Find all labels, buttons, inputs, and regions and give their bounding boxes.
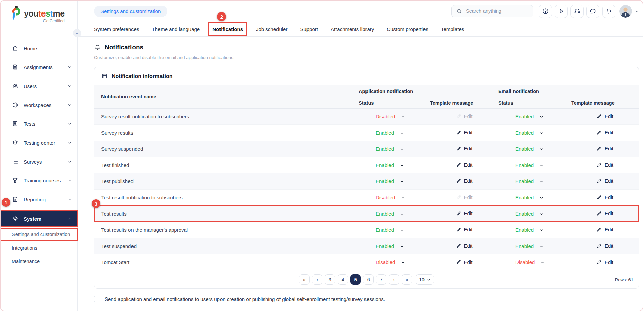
app-template-edit-button[interactable]: Edit <box>454 210 475 217</box>
app-template-edit-button[interactable]: Edit <box>454 243 475 249</box>
collapse-sidebar-button[interactable]: « <box>73 29 81 37</box>
email-status-dropdown[interactable]: Enabled <box>515 178 544 184</box>
tab-attachments-library[interactable]: Attachments library <box>331 26 374 32</box>
status-cell: Enabled <box>359 173 430 190</box>
app-status-dropdown[interactable]: Enabled <box>376 243 405 249</box>
email-status-dropdown[interactable]: Enabled <box>515 243 544 249</box>
app-status-dropdown[interactable]: Enabled <box>376 178 405 184</box>
email-status-dropdown[interactable]: Enabled <box>515 211 544 217</box>
tab-system-preferences[interactable]: System preferences <box>94 26 139 32</box>
email-status-dropdown[interactable]: Enabled <box>515 162 544 168</box>
email-status-dropdown[interactable]: Disabled <box>515 259 545 265</box>
chat-icon <box>589 8 596 15</box>
page-7-button[interactable]: 7 <box>376 274 386 285</box>
app-status-dropdown[interactable]: Enabled <box>376 162 405 168</box>
tab-templates[interactable]: Templates <box>441 26 464 32</box>
last-page-button[interactable]: » <box>402 274 412 285</box>
bell-button[interactable] <box>602 5 615 18</box>
app-template-edit-button[interactable]: Edit <box>454 145 475 152</box>
search-input[interactable] <box>465 8 523 14</box>
event-name-cell: Test suspended <box>94 238 359 254</box>
chevron-down-icon <box>539 146 544 152</box>
sidebar-subitem-integrations[interactable]: Integrations <box>1 242 77 254</box>
first-page-button[interactable]: « <box>299 274 310 285</box>
brand-text: youtestme GetCertified <box>24 9 65 23</box>
app-template-edit-button[interactable]: Edit <box>454 162 475 168</box>
app-status-dropdown[interactable]: Enabled <box>376 227 405 233</box>
app-status-dropdown[interactable]: Disabled <box>376 114 406 119</box>
app-template-edit-button[interactable]: Edit <box>454 226 475 233</box>
tab-job-scheduler[interactable]: Job scheduler <box>256 26 287 32</box>
email-status-dropdown[interactable]: Enabled <box>515 195 544 200</box>
sidebar-item-testing-center[interactable]: Testing center <box>1 135 77 150</box>
email-template-edit-button[interactable]: Edit <box>594 210 615 217</box>
help-button[interactable] <box>539 5 552 18</box>
event-name: Test finished <box>101 162 129 168</box>
chevron-down-icon <box>67 197 72 202</box>
tab-support[interactable]: Support <box>300 26 318 32</box>
app-status-dropdown[interactable]: Disabled <box>376 259 406 265</box>
email-template-edit-button[interactable]: Edit <box>594 178 615 184</box>
sidebar-item-tests[interactable]: Tests <box>1 116 77 131</box>
sidebar-item-workspaces[interactable]: Workspaces <box>1 97 77 112</box>
email-status-dropdown[interactable]: Enabled <box>515 146 544 152</box>
email-template-edit-button[interactable]: Edit <box>594 145 615 152</box>
email-status-dropdown[interactable]: Enabled <box>515 114 544 119</box>
user-menu-button[interactable] <box>619 5 639 18</box>
checkbox-unchecked[interactable] <box>94 296 100 302</box>
column-header-app-status: Status <box>359 97 430 109</box>
app-template-edit-button[interactable]: Edit <box>454 178 475 184</box>
next-page-button[interactable]: › <box>389 274 399 285</box>
sidebar-item-reporting[interactable]: Reporting <box>1 192 77 207</box>
page-3-button[interactable]: 3 <box>325 274 335 285</box>
sidebar-item-users[interactable]: Users <box>1 79 77 93</box>
email-status-dropdown[interactable]: Enabled <box>515 130 544 136</box>
tab-notifications[interactable]: Notifications <box>212 26 243 32</box>
pencil-icon <box>456 162 461 168</box>
pencil-icon <box>596 195 602 200</box>
breadcrumb[interactable]: Settings and customization <box>94 6 167 17</box>
sidebar-item-home[interactable]: Home <box>1 41 77 56</box>
headset-button[interactable] <box>570 5 584 18</box>
chat-button[interactable] <box>586 5 599 18</box>
sidebar-subitem-maintenance[interactable]: Maintenance <box>1 256 77 267</box>
app-template-edit-button[interactable]: Edit <box>454 129 475 136</box>
edit-label: Edit <box>464 113 473 119</box>
email-template-edit-button[interactable]: Edit <box>594 129 615 136</box>
tab-custom-properties[interactable]: Custom properties <box>387 26 428 32</box>
topbar-iconbar <box>539 5 615 18</box>
email-template-edit-button[interactable]: Edit <box>594 113 615 119</box>
email-status-dropdown[interactable]: Enabled <box>515 227 544 233</box>
search-icon <box>456 8 462 15</box>
column-group-email: Email notification <box>498 85 639 97</box>
chevron-down-icon <box>399 211 405 217</box>
page-4-button[interactable]: 4 <box>338 274 348 285</box>
app-status-dropdown[interactable]: Disabled <box>376 195 406 200</box>
app-template-edit-button[interactable]: Edit <box>454 259 475 265</box>
email-template-edit-button[interactable]: Edit <box>594 259 615 265</box>
global-notifications-checkbox-row[interactable]: Send application and email notifications… <box>94 296 639 302</box>
page-6-button[interactable]: 6 <box>363 274 374 285</box>
status-value: Disabled <box>376 114 395 119</box>
status-value: Enabled <box>515 243 534 249</box>
play-button[interactable] <box>555 5 568 18</box>
app-status-dropdown[interactable]: Enabled <box>376 130 405 136</box>
sidebar-subitem-settings-and-customization[interactable]: Settings and customization <box>1 229 77 240</box>
email-template-edit-button[interactable]: Edit <box>594 162 615 168</box>
sidebar-item-assignments[interactable]: Assignments <box>1 60 77 75</box>
sidebar-item-training-courses[interactable]: Training courses <box>1 173 77 188</box>
status-value: Enabled <box>376 146 394 152</box>
prev-page-button[interactable]: ‹ <box>312 274 322 285</box>
edit-label: Edit <box>605 210 613 216</box>
page-size-select[interactable]: 10 <box>416 274 434 285</box>
email-template-edit-button[interactable]: Edit <box>594 226 615 233</box>
tab-theme-and-language[interactable]: Theme and language <box>152 26 200 32</box>
page-5-button[interactable]: 5 <box>350 274 361 285</box>
status-cell: Enabled <box>359 206 430 222</box>
app-status-dropdown[interactable]: Enabled <box>376 146 405 152</box>
sidebar-item-surveys[interactable]: Surveys <box>1 154 77 169</box>
email-template-edit-button[interactable]: Edit <box>594 194 615 200</box>
email-template-edit-button[interactable]: Edit <box>594 243 615 249</box>
sidebar-item-system[interactable]: System <box>1 211 77 226</box>
app-status-dropdown[interactable]: Enabled <box>376 211 405 217</box>
